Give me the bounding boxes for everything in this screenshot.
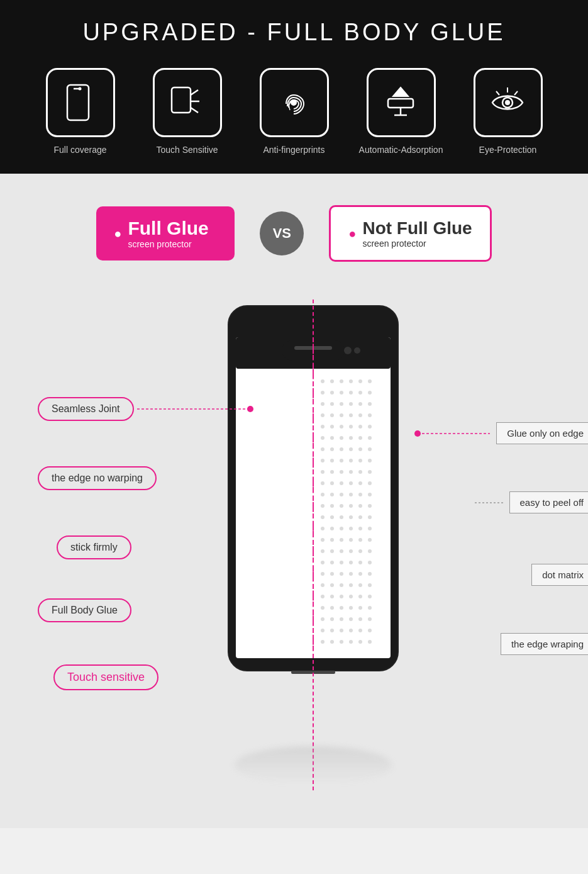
svg-point-105 — [340, 527, 343, 530]
svg-point-156 — [368, 617, 372, 621]
ann-dot-matrix: dot matrix — [531, 564, 588, 586]
full-glue-line2: screen protector — [128, 239, 208, 249]
svg-point-22 — [354, 347, 360, 354]
svg-point-101 — [358, 515, 362, 519]
feature-full-coverage: Full coverage — [36, 68, 125, 155]
svg-point-37 — [321, 402, 325, 406]
svg-point-61 — [321, 447, 325, 451]
svg-point-49 — [321, 425, 325, 429]
ann-seamless-joint: Seamless Joint — [38, 397, 263, 421]
svg-point-87 — [340, 493, 343, 496]
adsorption-icon — [380, 82, 421, 123]
ann-glue-edge: Glue only on edge — [418, 422, 588, 444]
svg-point-103 — [321, 527, 325, 530]
svg-point-131 — [358, 572, 362, 576]
svg-point-34 — [349, 391, 353, 395]
feature-label-touch: Touch Sensitive — [156, 145, 218, 155]
svg-point-107 — [358, 527, 362, 530]
svg-point-115 — [321, 549, 325, 553]
svg-point-96 — [368, 504, 372, 508]
svg-point-141 — [340, 595, 343, 598]
feature-label-fingerprints: Anti-fingerprints — [263, 145, 325, 155]
phone-comparison-area: Seamless Joint the edge no warping stick… — [19, 300, 588, 790]
svg-point-122 — [330, 561, 334, 564]
svg-point-100 — [349, 515, 353, 519]
svg-point-118 — [349, 549, 353, 553]
svg-point-149 — [358, 606, 362, 610]
not-full-glue-icon: ● — [348, 227, 356, 241]
features-row: Full coverage Touch Sensitive — [13, 68, 575, 155]
svg-point-44 — [330, 413, 334, 417]
svg-point-83 — [358, 481, 362, 485]
svg-point-125 — [358, 561, 362, 564]
svg-point-162 — [368, 629, 372, 632]
svg-point-78 — [368, 470, 372, 474]
svg-point-50 — [330, 425, 334, 429]
svg-point-80 — [330, 481, 334, 485]
vs-circle: VS — [260, 211, 304, 255]
svg-point-2 — [79, 87, 81, 89]
svg-point-21 — [344, 347, 352, 354]
eye-icon — [487, 82, 528, 123]
svg-point-112 — [349, 538, 353, 542]
svg-point-160 — [349, 629, 353, 632]
seamless-connector — [137, 403, 263, 415]
svg-point-126 — [368, 561, 372, 564]
adsorption-icon-box — [367, 68, 436, 137]
svg-point-108 — [368, 527, 372, 530]
svg-point-106 — [349, 527, 353, 530]
svg-point-32 — [330, 391, 334, 395]
svg-point-135 — [340, 583, 343, 587]
fingerprint-icon — [274, 82, 314, 123]
svg-point-64 — [349, 447, 353, 451]
svg-point-63 — [340, 447, 343, 451]
ann-touch-sensitive: Touch sensitive — [53, 664, 158, 690]
svg-point-164 — [330, 640, 334, 644]
svg-point-52 — [349, 425, 353, 429]
touch-icon — [167, 82, 208, 123]
comparison-row: ● Full Glue screen protector VS ● Not Fu… — [19, 205, 569, 262]
svg-point-151 — [321, 617, 325, 621]
svg-point-66 — [368, 447, 372, 451]
touch-icon-box — [153, 68, 222, 137]
svg-point-163 — [321, 640, 325, 644]
svg-rect-8 — [388, 99, 413, 108]
svg-point-130 — [349, 572, 353, 576]
glue-edge-connector — [418, 427, 493, 440]
feature-label-adsorption: Automatic-Adsorption — [359, 145, 443, 155]
svg-point-25 — [321, 379, 325, 383]
svg-point-53 — [358, 425, 362, 429]
touch-sensitive-label: Touch sensitive — [53, 664, 158, 690]
svg-point-51 — [340, 425, 343, 429]
seamless-joint-label: Seamless Joint — [38, 397, 134, 421]
svg-point-30 — [368, 379, 372, 383]
svg-point-114 — [368, 538, 372, 542]
vertical-divider — [313, 300, 314, 790]
edge-wraping-label: the edge wraping — [501, 633, 588, 655]
svg-point-145 — [321, 606, 325, 610]
svg-point-88 — [349, 493, 353, 496]
svg-line-15 — [514, 91, 518, 95]
svg-point-113 — [358, 538, 362, 542]
ann-peel-off: easy to peel off — [475, 491, 588, 513]
svg-point-28 — [349, 379, 353, 383]
svg-point-146 — [330, 606, 334, 610]
svg-point-60 — [368, 436, 372, 440]
svg-point-38 — [330, 402, 334, 406]
svg-point-65 — [358, 447, 362, 451]
svg-point-142 — [349, 595, 353, 598]
svg-point-89 — [358, 493, 362, 496]
svg-rect-3 — [172, 87, 191, 113]
svg-point-68 — [330, 459, 334, 462]
svg-point-167 — [358, 640, 362, 644]
svg-line-4 — [191, 90, 198, 95]
full-body-glue-label: Full Body Glue — [38, 598, 131, 622]
not-full-glue-line1: Not Full Glue — [362, 218, 472, 238]
svg-marker-9 — [393, 87, 408, 96]
svg-point-36 — [368, 391, 372, 395]
svg-point-132 — [368, 572, 372, 576]
svg-point-62 — [330, 447, 334, 451]
svg-point-79 — [321, 481, 325, 485]
full-glue-icon: ● — [114, 227, 121, 241]
svg-point-70 — [349, 459, 353, 462]
